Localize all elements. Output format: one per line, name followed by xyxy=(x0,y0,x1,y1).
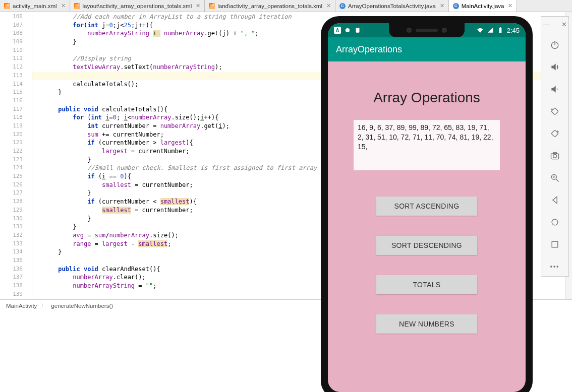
power-icon[interactable] xyxy=(549,39,560,50)
svg-rect-6 xyxy=(551,108,558,115)
emulator-screen[interactable]: A 2:45 ArrayOperations Array Operations … xyxy=(328,23,526,392)
sd-icon xyxy=(354,27,361,34)
overview-icon[interactable] xyxy=(549,239,560,250)
java-file-icon: C xyxy=(453,3,459,9)
svg-point-15 xyxy=(552,219,558,225)
signal-icon xyxy=(487,27,494,34)
tab-label: MainActivity.java xyxy=(462,3,504,9)
svg-line-12 xyxy=(556,179,559,182)
bug-icon xyxy=(344,27,351,34)
back-icon[interactable] xyxy=(549,194,560,206)
svg-rect-1 xyxy=(356,28,360,32)
volume-down-icon[interactable] xyxy=(549,84,560,95)
svg-rect-3 xyxy=(500,27,501,28)
xml-file-icon xyxy=(209,3,215,9)
editor-tab[interactable]: land\activity_array_operations_totals.xm… xyxy=(205,0,335,12)
breadcrumb-class[interactable]: MainActivity xyxy=(6,303,37,309)
breadcrumb-sep: 〉 xyxy=(41,302,47,309)
svg-point-9 xyxy=(553,155,557,158)
status-time: 2:45 xyxy=(507,27,520,34)
tab-close-icon[interactable]: ✕ xyxy=(508,3,512,9)
editor-tab[interactable]: activity_main.xml✕ xyxy=(0,0,70,12)
app-title: ArrayOperations xyxy=(336,44,402,55)
xml-file-icon xyxy=(4,3,10,9)
app-bar: ArrayOperations xyxy=(328,37,526,61)
tab-label: land\activity_array_operations_totals.xm… xyxy=(217,3,322,9)
app-button[interactable]: NEW NUMBERS xyxy=(376,314,477,334)
app-button[interactable]: SORT DESCENDING xyxy=(376,236,477,255)
svg-rect-2 xyxy=(499,28,501,33)
tab-close-icon[interactable]: ✕ xyxy=(440,3,444,9)
tab-close-icon[interactable]: ✕ xyxy=(61,3,66,9)
emulator-frame: A 2:45 ArrayOperations Array Operations … xyxy=(321,16,533,392)
tab-label: ArrayOperationsTotalsActivity.java xyxy=(348,3,436,9)
svg-rect-10 xyxy=(553,152,557,154)
svg-point-0 xyxy=(346,28,350,32)
rotate-left-icon[interactable] xyxy=(549,106,560,117)
home-icon[interactable] xyxy=(549,217,560,228)
svg-rect-7 xyxy=(551,130,558,137)
app-button[interactable]: TOTALS xyxy=(376,275,477,294)
rotate-right-icon[interactable] xyxy=(549,128,560,139)
battery-icon xyxy=(497,27,504,34)
code-line[interactable]: //Add each number in ArrayList to a stri… xyxy=(32,13,572,21)
java-file-icon: C xyxy=(339,3,346,9)
line-gutter: 1061071081091101111121131141151161171181… xyxy=(0,12,32,299)
xml-file-icon xyxy=(74,3,80,9)
editor-tab[interactable]: CMainActivity.java✕ xyxy=(449,0,518,12)
notch xyxy=(389,23,465,37)
svg-rect-16 xyxy=(552,241,558,247)
screen-heading: Array Operations xyxy=(373,90,480,106)
tab-label: layout\activity_array_operations_totals.… xyxy=(83,3,192,9)
status-a-icon: A xyxy=(334,27,341,34)
editor-tab[interactable]: CArrayOperationsTotalsActivity.java✕ xyxy=(335,0,449,12)
close-icon[interactable]: ✕ xyxy=(561,21,567,28)
app-button[interactable]: SORT ASCENDING xyxy=(376,197,477,216)
emulator-toolbar: — ✕ ••• xyxy=(541,16,569,277)
editor-tab[interactable]: layout\activity_array_operations_totals.… xyxy=(70,0,205,12)
number-display: 16, 9, 6, 37, 89, 99, 89, 72, 65, 83, 19… xyxy=(354,120,500,170)
tab-close-icon[interactable]: ✕ xyxy=(196,3,200,9)
zoom-icon[interactable] xyxy=(549,172,560,183)
more-icon[interactable]: ••• xyxy=(549,261,560,272)
editor-tab-bar: activity_main.xml✕layout\activity_array_… xyxy=(0,0,572,12)
minimize-icon[interactable]: — xyxy=(543,21,549,28)
tab-label: activity_main.xml xyxy=(13,3,57,9)
wifi-icon xyxy=(477,27,484,34)
breadcrumb-method[interactable]: generateNewNumbers() xyxy=(51,303,113,309)
volume-up-icon[interactable] xyxy=(549,61,560,73)
camera-icon[interactable] xyxy=(549,150,560,161)
tab-close-icon[interactable]: ✕ xyxy=(326,3,331,9)
